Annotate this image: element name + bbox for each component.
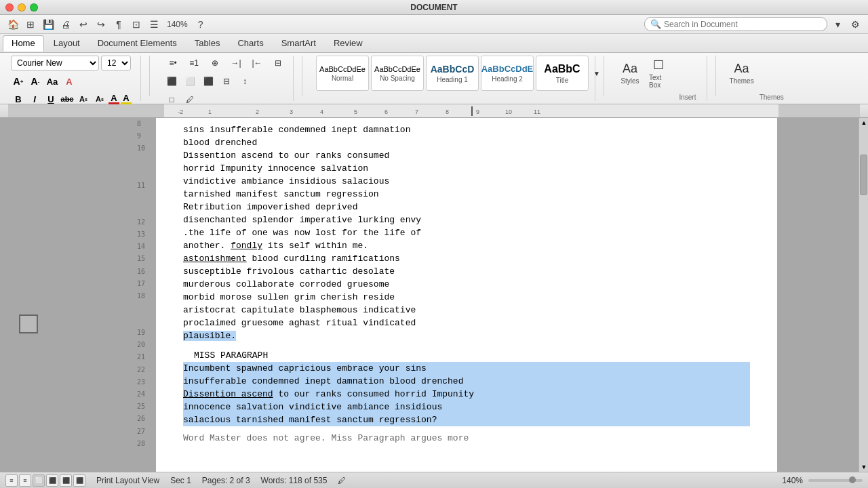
columns-btn[interactable]: ⊟	[269, 56, 288, 70]
scrollbar-thumb[interactable]	[860, 155, 867, 195]
section-label: Sec 1	[170, 476, 191, 485]
text-line-2: blood drenched	[183, 138, 257, 148]
grid-icon[interactable]: ⊞	[23, 17, 38, 32]
tab-document-elements[interactable]: Document Elements	[90, 35, 185, 52]
normal-view-btn[interactable]: ≡	[5, 474, 18, 487]
line-spacing-btn[interactable]: ↕	[237, 74, 253, 89]
maximize-button[interactable]	[30, 3, 38, 12]
home-icon[interactable]: 🏠	[5, 17, 20, 32]
tab-smartart[interactable]: SmartArt	[273, 35, 324, 52]
text-line-15: aristocrat capitulate blasphemous indica…	[183, 305, 416, 315]
insert-group-label: Insert	[674, 94, 701, 101]
font-family-select[interactable]: Courier New Arial Times New Roman	[11, 56, 99, 70]
insert-expand-btn[interactable]: Aa Styles	[618, 56, 642, 91]
tab-layout[interactable]: Layout	[45, 35, 88, 52]
style-no-spacing[interactable]: AaBbCcDdEe No Spacing	[371, 56, 424, 91]
justify-btn[interactable]: ⊟	[218, 74, 235, 89]
text-line-8: disenchanted splendor imperative lurking…	[183, 215, 421, 225]
undo-icon[interactable]: ↩	[76, 17, 91, 32]
text-box-btn[interactable]: ☐ Text Box	[645, 56, 671, 91]
svg-text:-2: -2	[178, 108, 183, 115]
tab-charts[interactable]: Charts	[229, 35, 271, 52]
paragraph-marks-icon[interactable]: ¶	[111, 17, 126, 32]
font-shrink-btn[interactable]: A-	[28, 74, 43, 89]
numbering-btn[interactable]: ≡1	[184, 56, 203, 70]
style-heading2[interactable]: AaBbCcDdE Heading 2	[481, 56, 534, 91]
style-title[interactable]: AaBbC Title	[536, 56, 589, 91]
ribbon-group-insert: Aa Styles ☐ Text Box Insert	[612, 56, 707, 101]
help-icon[interactable]: ?	[193, 17, 208, 32]
outline-btn[interactable]: ⊕	[205, 56, 224, 70]
miss-para-line-5: salacious tarnished manifest sanctum reg…	[183, 415, 437, 425]
clear-format-btn[interactable]: A	[62, 74, 77, 89]
layout-view-btn[interactable]: ⬜	[33, 474, 45, 487]
collapse-ribbon-btn[interactable]: ▾	[830, 17, 845, 32]
font-color-btn[interactable]: A	[108, 94, 119, 104]
svg-text:2: 2	[256, 108, 259, 115]
view-toggle-group: ≡ ≡ ⬜ ⬛ ⬛ ⬛	[5, 474, 85, 487]
style-heading1[interactable]: AaBbCcD Heading 1	[426, 56, 479, 91]
svg-text:1: 1	[208, 108, 212, 115]
scroll-down-btn[interactable]: ▼	[859, 462, 868, 472]
miss-paragraph-section: MISS PARAGRAPH Incumbent spawned caprici…	[183, 349, 750, 426]
format-icon[interactable]: ⊡	[129, 17, 144, 32]
title-bar: DOCUMENT	[0, 0, 868, 15]
web-view-btn[interactable]: ⬛	[73, 474, 85, 487]
page-view-btn[interactable]: ⬛	[46, 474, 58, 487]
minimize-button[interactable]	[18, 3, 26, 12]
font-size-select[interactable]: 12 10 14 16	[101, 56, 131, 70]
svg-text:3: 3	[290, 108, 293, 115]
close-button[interactable]	[5, 3, 14, 12]
font-case-btn[interactable]: Aa	[45, 74, 60, 89]
miss-para-title: MISS PARAGRAPH	[194, 350, 268, 361]
tab-tables[interactable]: Tables	[186, 35, 229, 52]
bullet-list-icon[interactable]: ☰	[146, 17, 161, 32]
pages-label: Pages: 2 of 3	[202, 476, 250, 485]
svg-text:8: 8	[446, 108, 449, 115]
para-spacer-2	[183, 426, 750, 432]
themes-btn[interactable]: Aa Themes	[730, 56, 754, 91]
settings-icon[interactable]: ⚙	[848, 17, 863, 32]
outline-view-btn[interactable]: ≡	[19, 474, 31, 487]
zoom-slider[interactable]	[808, 479, 863, 482]
separator-3	[604, 56, 604, 96]
document-area[interactable]: sins insufferable condemned inept damnat…	[156, 118, 777, 472]
align-center-btn[interactable]: ⬜	[182, 74, 198, 89]
scroll-up-btn[interactable]: ▲	[859, 118, 868, 127]
tab-home[interactable]: Home	[3, 35, 44, 52]
right-margin	[777, 118, 859, 472]
vertical-scrollbar[interactable]: ▲ ▼	[859, 118, 868, 472]
status-right: 140%	[782, 476, 863, 485]
align-right-btn[interactable]: ⬛	[200, 74, 216, 89]
bullets-btn[interactable]: ≡•	[163, 56, 182, 70]
font-grow-btn[interactable]: A+	[11, 74, 26, 89]
text-line-11: astonishment blood curdling ramification…	[183, 253, 400, 264]
quick-toolbar: 🏠 ⊞ 💾 🖨 ↩ ↪ ¶ ⊡ ☰ 140% ? 🔍 ▾ ⚙	[0, 15, 868, 34]
ribbon: Courier New Arial Times New Roman 12 10 …	[0, 53, 868, 104]
menu-tabs: Home Layout Document Elements Tables Cha…	[0, 34, 868, 53]
track-changes-icon: 🖊	[338, 476, 346, 485]
zoom-pct-btn[interactable]: 140%	[164, 17, 191, 32]
ribbon-group-themes: Aa Themes Themes	[724, 56, 793, 101]
doc-paragraph-1: sins insufferable condemned inept damnat…	[183, 123, 750, 342]
style-normal[interactable]: AaBbCcDdEe Normal	[316, 56, 369, 91]
styles-scroll-down-btn[interactable]: ▼	[591, 56, 603, 91]
window-title: DOCUMENT	[410, 3, 457, 12]
redo-icon[interactable]: ↪	[94, 17, 108, 32]
increase-indent-btn[interactable]: →|	[226, 56, 245, 70]
search-bar[interactable]: 🔍	[644, 17, 827, 31]
align-left-btn[interactable]: ⬛	[163, 74, 180, 89]
separator-2	[302, 56, 302, 96]
tab-review[interactable]: Review	[326, 35, 371, 52]
words-label: Words: 118 of 535	[261, 476, 328, 485]
decrease-indent-btn[interactable]: |←	[248, 56, 267, 70]
save-icon[interactable]: 💾	[41, 17, 56, 32]
search-input[interactable]	[664, 20, 821, 29]
highlight-color-btn[interactable]: A	[121, 94, 132, 104]
focus-view-btn[interactable]: ⬛	[60, 474, 72, 487]
zoom-thumb[interactable]	[849, 476, 856, 483]
text-line-14: morbid morose sullen grim cherish reside	[183, 292, 395, 302]
svg-text:4: 4	[320, 108, 323, 115]
print-icon[interactable]: 🖨	[58, 17, 73, 32]
dissention-ascend-link: Dissention ascend	[183, 389, 273, 399]
